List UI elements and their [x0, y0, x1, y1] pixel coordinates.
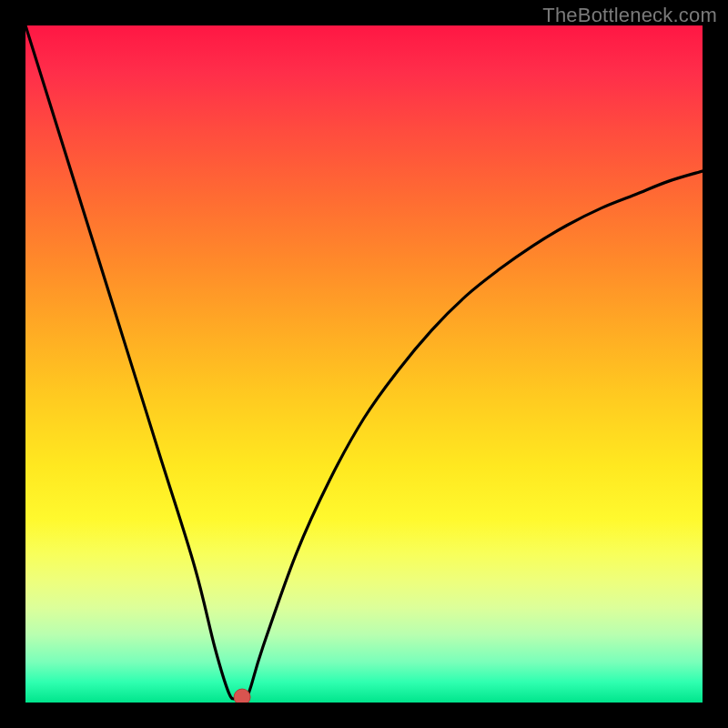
bottleneck-curve — [25, 25, 703, 703]
watermark-label: TheBottleneck.com — [542, 4, 717, 27]
svg-point-0 — [234, 689, 250, 703]
plot-area — [25, 25, 703, 703]
chart-frame: TheBottleneck.com — [0, 0, 728, 728]
